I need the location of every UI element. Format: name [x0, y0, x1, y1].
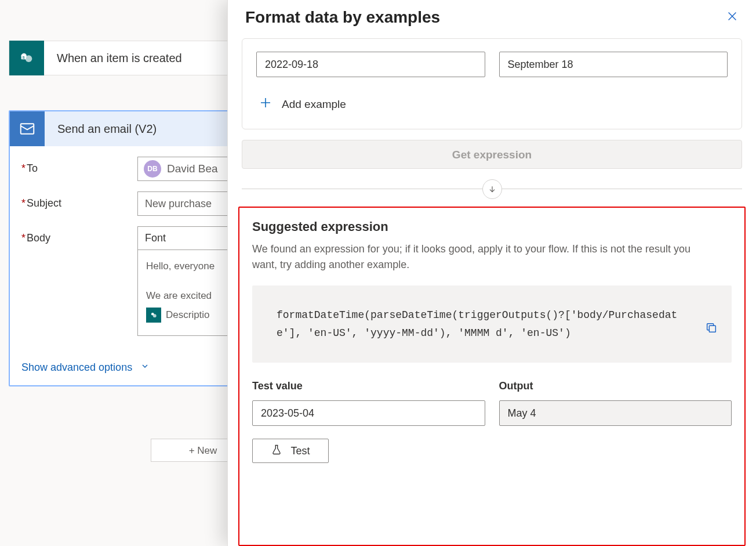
example-input[interactable]: [256, 52, 485, 77]
example-output[interactable]: [499, 52, 728, 77]
expression-code[interactable]: formatDateTime(parseDateTime(triggerOutp…: [266, 306, 705, 342]
format-data-panel: Format data by examples Add example Get …: [227, 0, 756, 546]
to-label: *To: [21, 157, 137, 175]
svg-rect-4: [21, 124, 34, 134]
output-label: Output: [499, 380, 732, 392]
avatar: DB: [144, 160, 161, 178]
recipient-name: David Bea: [167, 162, 218, 175]
examples-card: Add example: [242, 38, 742, 129]
test-value-label: Test value: [252, 380, 485, 392]
panel-title: Format data by examples: [245, 8, 440, 27]
copy-button[interactable]: [705, 306, 718, 337]
expand-section-button[interactable]: [482, 179, 502, 199]
sharepoint-icon: S: [9, 41, 44, 75]
close-button[interactable]: [726, 10, 739, 25]
dynamic-content-token[interactable]: Descriptio: [146, 307, 210, 324]
section-divider: [242, 189, 742, 189]
outlook-icon: [10, 111, 45, 146]
test-value-input[interactable]: [252, 400, 485, 426]
suggested-description: We found an expression for you; if it lo…: [252, 241, 710, 273]
suggested-expression-card: Suggested expression We found an express…: [238, 207, 746, 546]
body-label: *Body: [21, 226, 137, 244]
suggested-heading: Suggested expression: [252, 219, 732, 234]
expression-code-box: formatDateTime(parseDateTime(triggerOutp…: [252, 285, 732, 363]
output-field: [499, 400, 732, 426]
svg-point-6: [153, 314, 157, 317]
svg-point-1: [26, 55, 32, 62]
sharepoint-icon: [146, 308, 161, 323]
chevron-down-icon: [140, 361, 150, 374]
svg-rect-7: [709, 326, 715, 332]
subject-label: *Subject: [21, 191, 137, 209]
test-button[interactable]: Test: [252, 439, 329, 463]
body-line: We are excited: [146, 290, 212, 301]
svg-text:S: S: [23, 56, 25, 59]
get-expression-button[interactable]: Get expression: [242, 140, 742, 169]
plus-icon: [259, 96, 272, 113]
trigger-title: When an item is created: [44, 52, 182, 65]
add-example-button[interactable]: Add example: [256, 93, 348, 115]
beaker-icon: [271, 444, 282, 458]
action-title: Send an email (V2): [45, 122, 157, 136]
